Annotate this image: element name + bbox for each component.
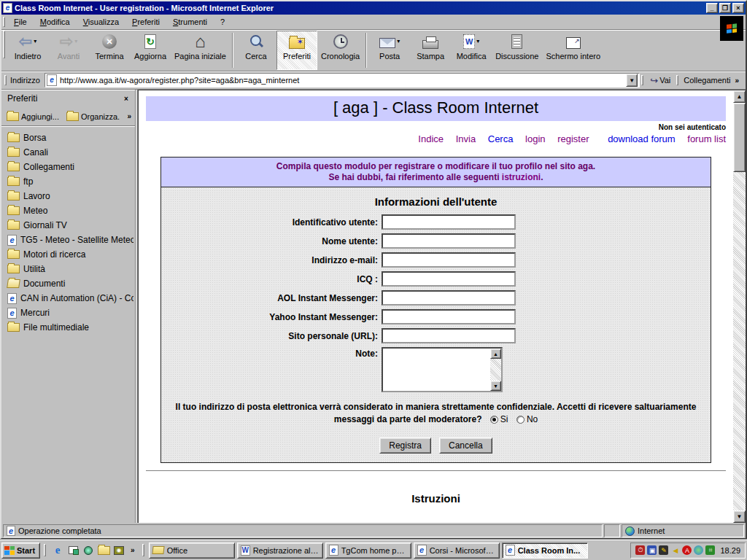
favorite-item[interactable]: eTG5 - Meteo - Satellite Meteo... (3, 233, 133, 247)
tv-viewer-icon[interactable]: ◉ (113, 545, 125, 556)
scrollbar-thumb[interactable] (733, 103, 746, 172)
volume-icon[interactable]: ◀ (670, 545, 680, 555)
icq-input[interactable] (382, 271, 516, 287)
scroll-up-icon[interactable]: ▲ (733, 90, 746, 103)
cancel-button[interactable]: Cancella (439, 438, 492, 454)
history-button[interactable]: Cronologia (317, 31, 363, 70)
minimize-button[interactable]: _ (706, 3, 718, 13)
favorite-item[interactable]: Documenti (3, 276, 133, 291)
favorite-item[interactable]: Borsa (3, 131, 133, 145)
address-dropdown-icon[interactable]: ▼ (626, 74, 638, 87)
organize-favorites-button[interactable]: Organizza. (64, 111, 122, 122)
favorites-close-icon[interactable]: × (120, 93, 132, 104)
nav-link-download-forum[interactable]: download forum (608, 133, 676, 144)
stop-button[interactable]: ✕ Termina (89, 31, 130, 70)
task-word-registrazione[interactable]: W Registrazione al c... (237, 542, 323, 559)
globe-tray-icon[interactable] (694, 545, 703, 555)
print-button[interactable]: Stampa (410, 31, 451, 70)
refresh-button[interactable]: ↻ Aggiorna (130, 31, 171, 70)
favorite-item[interactable]: Lavoro (3, 189, 133, 203)
favorite-item[interactable]: Motori di ricerca (3, 247, 133, 262)
userid-input[interactable] (382, 214, 516, 230)
folder-quicklaunch-icon[interactable] (98, 545, 109, 556)
menu-edit[interactable]: Modifica (34, 16, 77, 28)
menubar-grip[interactable] (3, 17, 5, 27)
go-button[interactable]: ↪ Vai (646, 75, 675, 86)
favorite-item[interactable]: Giornali TV (3, 218, 133, 233)
ati-icon[interactable]: A (682, 545, 692, 555)
search-button[interactable]: Cerca (236, 31, 276, 70)
links-chevron-icon[interactable]: » (732, 77, 741, 85)
favorites-button[interactable]: ✶ Preferiti (276, 31, 317, 70)
scheduler-icon[interactable]: ⏱ (635, 545, 645, 555)
nav-link-cerca[interactable]: Cerca (488, 133, 514, 144)
links-bar[interactable]: Collegamenti » (681, 76, 744, 85)
favorite-item[interactable]: eCAN in Automation (CiA) - Co... (3, 291, 133, 306)
task-office[interactable]: Office (149, 542, 235, 559)
menu-favorites[interactable]: Preferiti (125, 16, 166, 28)
discuss-button[interactable]: Discussione (492, 31, 542, 70)
fullscreen-button[interactable]: Schermo intero (542, 31, 604, 70)
network-icon[interactable]: ⌗ (705, 545, 715, 555)
task-tgcom[interactable]: e TgCom home pag... (325, 542, 411, 559)
scroll-down-icon[interactable]: ▼ (490, 381, 501, 391)
close-button[interactable]: × (732, 3, 744, 13)
mail-dropdown-icon[interactable]: ▾ (397, 37, 400, 46)
task-corsi[interactable]: e Corsi - Microsoft In... (414, 542, 500, 559)
clock[interactable]: 18.29 (720, 546, 740, 555)
menu-file[interactable]: File (7, 16, 34, 28)
home-button[interactable]: ⌂ Pagina iniziale (171, 31, 230, 70)
favorite-item[interactable]: Meteo (3, 203, 133, 218)
task-class-room-active[interactable]: e Class Room In... (502, 542, 588, 559)
ie-quicklaunch-icon[interactable]: e (52, 545, 63, 556)
website-input[interactable] (382, 328, 516, 343)
note-textarea[interactable]: ▲ ▼ (382, 347, 503, 392)
favorite-item[interactable]: Collegamenti (3, 160, 133, 174)
yahoo-input[interactable] (382, 309, 516, 324)
favorite-item[interactable]: ftp (3, 174, 133, 189)
nav-link-register[interactable]: register (557, 133, 589, 144)
radio-yes[interactable] (490, 416, 498, 424)
forward-dropdown-icon[interactable]: ▾ (74, 37, 77, 46)
username-input[interactable] (382, 233, 516, 249)
scrollbar-track[interactable] (733, 172, 746, 510)
favorite-item[interactable]: Canali (3, 145, 133, 160)
mail-button[interactable]: ▾ Posta (369, 31, 410, 70)
nav-link-invia[interactable]: Invia (456, 133, 476, 144)
aol-input[interactable] (382, 290, 516, 306)
nav-link-login[interactable]: login (525, 133, 545, 144)
favorite-item[interactable]: File multimediale (3, 320, 133, 335)
istruzioni-link[interactable]: istruzioni (502, 172, 541, 182)
radio-no[interactable] (516, 416, 525, 424)
back-dropdown-icon[interactable]: ▾ (34, 37, 36, 46)
menu-help[interactable]: ? (214, 16, 231, 28)
taskbar-grip[interactable] (142, 544, 144, 556)
pen-icon[interactable]: ✎ (659, 545, 668, 555)
taskbar-grip[interactable] (44, 544, 46, 556)
note-scrollbar[interactable]: ▲ ▼ (490, 349, 501, 391)
page-scrollbar[interactable]: ▲ ▼ (733, 90, 746, 523)
start-button[interactable]: Start (1, 542, 40, 559)
quicklaunch-chevron-icon[interactable]: » (128, 546, 137, 554)
addressbar-grip[interactable] (4, 75, 7, 85)
address-input[interactable] (57, 75, 626, 85)
channels-icon[interactable] (82, 545, 94, 556)
links-grip[interactable] (676, 75, 678, 85)
show-desktop-icon[interactable] (67, 545, 79, 556)
scroll-up-icon[interactable]: ▲ (490, 349, 501, 359)
edit-button[interactable]: W▾ Modifica (451, 31, 492, 70)
toolbar-grip[interactable] (3, 31, 5, 58)
email-input[interactable] (382, 252, 516, 268)
add-favorite-button[interactable]: Aggiungi... (4, 111, 61, 122)
nav-link-indice[interactable]: Indice (418, 133, 444, 144)
favorite-item[interactable]: eMercuri (3, 306, 133, 320)
register-button[interactable]: Registra (379, 438, 431, 454)
menu-tools[interactable]: Strumenti (166, 16, 214, 28)
display-icon[interactable]: ▣ (647, 545, 657, 555)
favorite-item[interactable]: Utilità (3, 262, 133, 276)
favorites-chevron-icon[interactable]: » (125, 112, 133, 120)
forward-button[interactable]: ⇨▾ Avanti (48, 31, 89, 70)
menu-view[interactable]: Visualizza (77, 16, 125, 28)
back-button[interactable]: ⇦▾ Indietro (7, 31, 48, 70)
edit-dropdown-icon[interactable]: ▾ (476, 37, 479, 46)
